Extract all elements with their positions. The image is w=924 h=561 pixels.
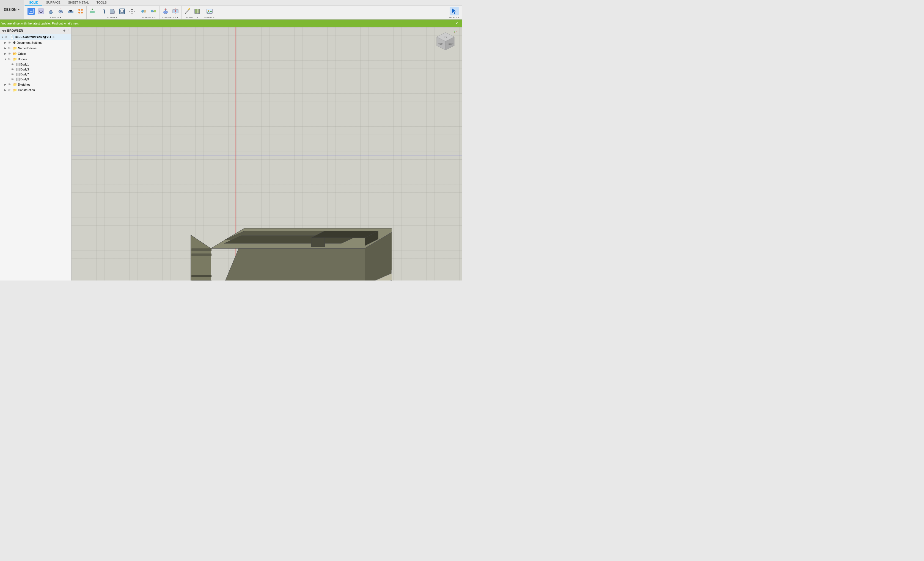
modify-label: MODIFY▼ <box>107 16 118 19</box>
tree-item-body1[interactable]: 👁 Body1 <box>0 62 71 67</box>
tree-item-root[interactable]: ▼ 👁 📄 BLDC Controller casing v11 ⚙ <box>0 34 71 40</box>
assemble-label: ASSEMBLE▼ <box>142 16 156 19</box>
notification-close[interactable]: × <box>455 21 458 26</box>
press-pull-button[interactable] <box>88 7 97 15</box>
construction-label: Construction <box>18 88 35 92</box>
tree-item-body7[interactable]: 👁 Body7 <box>0 72 71 77</box>
notification-text: You are all set with the latest update. <box>2 22 51 25</box>
root-settings-icon[interactable]: ⚙ <box>52 36 55 39</box>
root-expand-icon[interactable]: ▼ <box>1 36 4 39</box>
svg-rect-61 <box>192 253 212 256</box>
chamfer-button[interactable] <box>108 7 117 15</box>
midplane-button[interactable] <box>171 7 180 15</box>
tree-item-named-views[interactable]: ▶ 👁 📁 Named Views <box>0 45 71 51</box>
body7-eye[interactable]: 👁 <box>11 73 15 76</box>
sketches-expand[interactable]: ▶ <box>4 83 8 86</box>
svg-marker-19 <box>91 9 93 10</box>
revolve-button[interactable] <box>56 7 66 15</box>
move-icon <box>128 8 136 15</box>
as-built-button[interactable] <box>149 7 158 15</box>
viewport[interactable]: TOP RIGHT FRONT X Y ⊕▼ 📷 <box>72 27 462 281</box>
hole-icon <box>67 8 74 15</box>
tree-item-sketches[interactable]: ▶ 👁 📁 Sketches <box>0 82 71 87</box>
tree-item-bodies[interactable]: ▼ 👁 📁 Bodies <box>0 56 71 62</box>
offset-plane-button[interactable] <box>161 7 170 15</box>
hole-button[interactable] <box>66 7 75 15</box>
measure-icon <box>184 8 191 15</box>
tab-tools[interactable]: TOOLS <box>93 0 111 6</box>
tab-solid[interactable]: SOLID <box>25 0 42 6</box>
toolbar-group-insert: INSERT▼ <box>203 6 216 19</box>
doc-settings-eye[interactable]: 👁 <box>8 41 12 44</box>
origin-eye[interactable]: 👁 <box>8 52 12 55</box>
tree-item-doc-settings[interactable]: ▶ 👁 ⚙ Document Settings <box>0 40 71 45</box>
browser-add-icon[interactable]: + <box>63 29 66 33</box>
bodies-folder-icon: 📁 <box>13 57 17 61</box>
svg-marker-22 <box>131 9 133 10</box>
svg-marker-24 <box>129 11 130 12</box>
browser-tree: ▼ 👁 📄 BLDC Controller casing v11 ⚙ ▶ 👁 ⚙… <box>0 34 71 281</box>
toolbar-group-inspect: INSPECT▼ <box>182 6 203 19</box>
tab-sheet-metal[interactable]: SHEET METAL <box>64 0 93 6</box>
toolbar-group-construct: CONSTRUCT▼ <box>160 6 182 19</box>
chamfer-icon <box>109 8 116 15</box>
notification-bar: You are all set with the latest update. … <box>0 20 462 27</box>
toolbar-group-modify: MODIFY▼ <box>87 6 138 19</box>
insert-image-icon <box>206 8 213 15</box>
joint-button[interactable] <box>139 7 148 15</box>
svg-rect-29 <box>151 10 153 12</box>
named-views-expand[interactable]: ▶ <box>4 47 8 50</box>
inspect-label: INSPECT▼ <box>186 16 198 19</box>
svg-point-17 <box>81 12 83 14</box>
svg-rect-43 <box>195 9 197 14</box>
shell-button[interactable] <box>117 7 127 15</box>
move-button[interactable] <box>128 7 136 15</box>
select-icon <box>451 8 458 15</box>
press-pull-icon <box>89 8 96 15</box>
root-eye-icon[interactable]: 👁 <box>4 36 9 39</box>
bodies-expand[interactable]: ▼ <box>4 58 8 60</box>
body9-eye[interactable]: 👁 <box>11 78 15 81</box>
svg-marker-25 <box>134 11 135 12</box>
body3-eye[interactable]: 👁 <box>11 68 15 71</box>
model-svg <box>157 89 392 281</box>
svg-rect-56 <box>192 275 212 277</box>
fillet-button[interactable] <box>98 7 107 15</box>
named-views-eye[interactable]: 👁 <box>8 47 12 50</box>
sketches-eye[interactable]: 👁 <box>8 83 12 86</box>
doc-settings-expand[interactable]: ▶ <box>4 41 8 44</box>
create-sketch-button[interactable] <box>36 7 46 15</box>
svg-text:X: X <box>456 32 456 33</box>
svg-point-16 <box>78 12 80 14</box>
tree-item-body9[interactable]: 👁 Body9 <box>0 77 71 82</box>
bodies-eye[interactable]: 👁 <box>8 57 12 61</box>
browser-panel: ◀◀ BROWSER + ⋮ ▼ 👁 📄 BLDC Controller cas… <box>0 27 72 281</box>
tree-item-origin[interactable]: ▶ 👁 📂 Origin <box>0 51 71 56</box>
tab-surface[interactable]: SURFACE <box>42 0 64 6</box>
insert-image-button[interactable] <box>205 7 214 15</box>
construction-expand[interactable]: ▶ <box>4 89 8 92</box>
body3-label: Body3 <box>20 68 29 71</box>
svg-point-14 <box>78 9 80 11</box>
section-analysis-button[interactable] <box>192 7 202 15</box>
named-views-label: Named Views <box>18 47 37 50</box>
design-button[interactable]: DESIGN ▼ <box>0 0 24 19</box>
extrude-button[interactable] <box>46 7 56 15</box>
measure-button[interactable] <box>183 7 192 15</box>
view-cube[interactable]: TOP RIGHT FRONT X Y <box>435 32 456 53</box>
construction-eye[interactable]: 👁 <box>8 88 12 92</box>
model-3d <box>157 89 392 281</box>
body9-label: Body9 <box>20 78 29 81</box>
body1-eye[interactable]: 👁 <box>11 63 15 66</box>
browser-options-icon[interactable]: ⋮ <box>66 29 70 33</box>
tree-item-body3[interactable]: 👁 Body3 <box>0 67 71 72</box>
root-label: BLDC Controller casing v11 <box>15 36 51 39</box>
select-button[interactable] <box>450 7 459 15</box>
origin-expand[interactable]: ▶ <box>4 52 8 55</box>
svg-point-45 <box>208 10 209 11</box>
notification-link[interactable]: Find out what's new. <box>52 22 79 25</box>
tree-item-construction[interactable]: ▶ 👁 📁 Construction <box>0 87 71 93</box>
new-component-button[interactable] <box>26 7 36 15</box>
browser-collapse-icon[interactable]: ◀◀ <box>2 29 6 33</box>
pattern-button[interactable] <box>76 7 85 15</box>
